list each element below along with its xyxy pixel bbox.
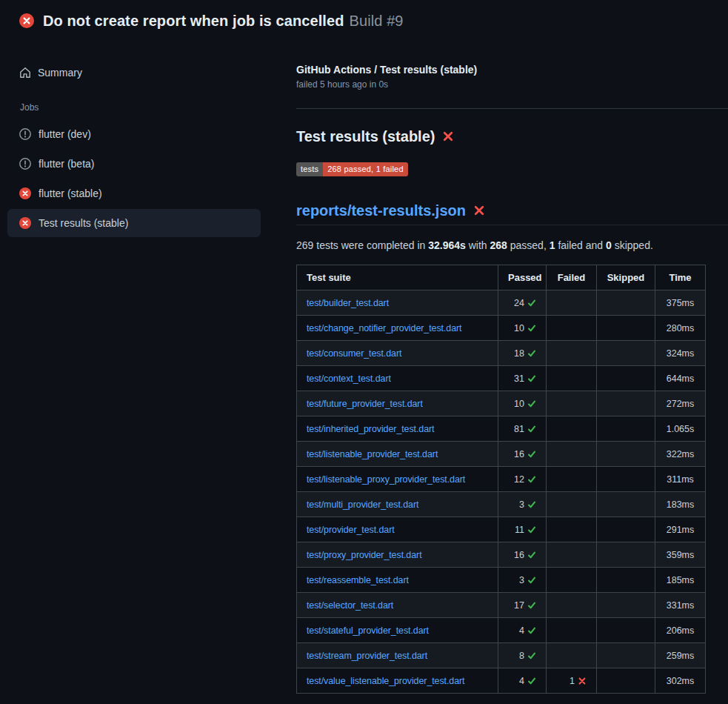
time-cell: 331ms bbox=[655, 593, 706, 618]
summary-text-part: passed, bbox=[507, 239, 550, 251]
table-row: test/multi_provider_test.dart 3 bbox=[297, 492, 706, 517]
badge-value: 268 passed, 1 failed bbox=[323, 162, 407, 176]
test-suite-link[interactable]: test/builder_test.dart bbox=[307, 298, 389, 308]
test-suite-link[interactable]: test/change_notifier_provider_test.dart bbox=[307, 323, 461, 333]
table-row: test/reassemble_test.dart 3 bbox=[297, 568, 706, 593]
table-row: test/selector_test.dart 17 bbox=[297, 593, 706, 618]
summary-sentence: 269 tests were completed in 32.964s with… bbox=[296, 239, 728, 252]
table-row: test/provider_test.dart 11 bbox=[297, 517, 706, 542]
time-cell: 359ms bbox=[655, 542, 706, 568]
table-row: test/stateful_provider_test.dart 4 bbox=[297, 618, 706, 643]
table-row: test/inherited_provider_test.dart 81 bbox=[297, 416, 706, 442]
table-row: test/context_test.dart 31 bbox=[297, 366, 706, 391]
sidebar-job-item[interactable]: flutter (stable) bbox=[7, 179, 261, 207]
check-icon bbox=[527, 576, 536, 585]
passed-count: 3 bbox=[519, 499, 524, 510]
test-suite-link[interactable]: test/listenable_provider_test.dart bbox=[307, 449, 438, 459]
test-suite-link[interactable]: test/consumer_test.dart bbox=[307, 348, 401, 359]
sidebar: Summary Jobs bbox=[0, 41, 296, 239]
column-header-passed: Passed bbox=[498, 265, 547, 290]
time-cell: 324ms bbox=[655, 341, 706, 366]
passed-count: 8 bbox=[519, 651, 524, 661]
check-icon bbox=[527, 475, 536, 484]
failed-count: 1 bbox=[570, 676, 575, 686]
test-suite-link[interactable]: test/stream_provider_test.dart bbox=[307, 651, 427, 661]
failed-status-icon bbox=[19, 187, 31, 199]
time-cell: 291ms bbox=[655, 517, 706, 542]
job-label: flutter (beta) bbox=[39, 158, 94, 170]
report-file-link[interactable]: reports/test-results.json bbox=[296, 201, 466, 220]
test-suite-link[interactable]: test/provider_test.dart bbox=[307, 525, 395, 535]
passed-count: 81 bbox=[514, 424, 524, 434]
failed-x-icon bbox=[442, 130, 454, 142]
test-suite-link[interactable]: test/future_provider_test.dart bbox=[307, 399, 423, 409]
time-cell: 259ms bbox=[655, 643, 706, 668]
test-suite-link[interactable]: test/value_listenable_provider_test.dart bbox=[307, 676, 465, 686]
check-icon bbox=[527, 525, 536, 534]
passed-count: 10 bbox=[514, 399, 524, 409]
test-suite-link[interactable]: test/stateful_provider_test.dart bbox=[307, 625, 429, 636]
check-icon bbox=[527, 500, 536, 509]
test-suite-link[interactable]: test/context_test.dart bbox=[307, 373, 391, 384]
check-icon bbox=[527, 677, 536, 685]
column-header-test-suite: Test suite bbox=[297, 265, 498, 290]
time-cell: 280ms bbox=[655, 316, 706, 341]
job-label: Test results (stable) bbox=[39, 217, 128, 229]
breadcrumb: GitHub Actions / Test results (stable) bbox=[296, 64, 728, 76]
test-suite-link[interactable]: test/proxy_provider_test.dart bbox=[307, 550, 422, 560]
check-icon bbox=[527, 626, 536, 635]
report-heading: reports/test-results.json bbox=[296, 201, 728, 225]
check-title: Test results (stable) bbox=[296, 127, 728, 146]
sidebar-job-item[interactable]: Test results (stable) bbox=[7, 209, 261, 237]
summary-text-part: with bbox=[466, 239, 490, 251]
sidebar-job-item[interactable]: flutter (beta) bbox=[7, 150, 261, 178]
x-icon bbox=[578, 677, 587, 685]
home-icon bbox=[19, 67, 31, 79]
jobs-list: flutter (dev) bbox=[0, 120, 296, 237]
table-row: test/listenable_proxy_provider_test.dart… bbox=[297, 467, 706, 492]
passed-count: 12 bbox=[514, 474, 524, 485]
check-icon bbox=[527, 450, 536, 459]
job-label: flutter (stable) bbox=[39, 187, 102, 199]
test-suite-link[interactable]: test/listenable_proxy_provider_test.dart bbox=[307, 474, 465, 485]
summary-text-part: 0 bbox=[606, 239, 612, 251]
badge-label: tests bbox=[296, 162, 323, 176]
test-suite-link[interactable]: test/inherited_provider_test.dart bbox=[307, 424, 435, 434]
passed-count: 24 bbox=[514, 298, 524, 308]
column-header-skipped: Skipped bbox=[597, 265, 655, 290]
table-body: test/builder_test.dart 24 bbox=[297, 290, 706, 694]
test-suite-link[interactable]: test/multi_provider_test.dart bbox=[307, 499, 418, 510]
check-run-header: Do not create report when job is cancell… bbox=[0, 0, 728, 41]
check-icon bbox=[527, 299, 536, 308]
cancelled-status-icon bbox=[19, 128, 31, 140]
passed-count: 11 bbox=[515, 525, 524, 535]
time-cell: 302ms bbox=[655, 668, 706, 694]
passed-count: 17 bbox=[514, 600, 524, 611]
table-row: test/proxy_provider_test.dart 16 bbox=[297, 542, 706, 568]
table-row: test/builder_test.dart 24 bbox=[297, 290, 706, 316]
failed-x-icon bbox=[473, 205, 485, 216]
passed-count: 4 bbox=[519, 625, 524, 636]
main-content: GitHub Actions / Test results (stable) f… bbox=[296, 41, 728, 694]
table-row: test/change_notifier_provider_test.dart … bbox=[297, 316, 706, 341]
table-row: test/consumer_test.dart 18 bbox=[297, 341, 706, 366]
check-run-title: Do not create report when job is cancell… bbox=[43, 13, 344, 29]
check-title-text: Test results (stable) bbox=[296, 127, 435, 146]
time-cell: 322ms bbox=[655, 442, 706, 467]
sidebar-job-item[interactable]: flutter (dev) bbox=[7, 120, 261, 148]
check-icon bbox=[527, 399, 536, 408]
table-row: test/listenable_provider_test.dart 16 bbox=[297, 442, 706, 467]
table-row: test/value_listenable_provider_test.dart… bbox=[297, 668, 706, 694]
check-icon bbox=[527, 425, 536, 434]
jobs-heading: Jobs bbox=[20, 102, 296, 113]
test-suite-link[interactable]: test/reassemble_test.dart bbox=[307, 575, 409, 585]
test-suite-link[interactable]: test/selector_test.dart bbox=[307, 600, 393, 611]
sidebar-item-summary[interactable]: Summary bbox=[0, 62, 296, 83]
passed-count: 18 bbox=[514, 348, 524, 359]
time-cell: 206ms bbox=[655, 618, 706, 643]
failed-status-icon bbox=[19, 13, 34, 28]
time-cell: 375ms bbox=[655, 290, 706, 316]
time-cell: 185ms bbox=[655, 568, 706, 593]
time-cell: 1.065s bbox=[655, 416, 706, 442]
job-label: flutter (dev) bbox=[39, 128, 91, 140]
